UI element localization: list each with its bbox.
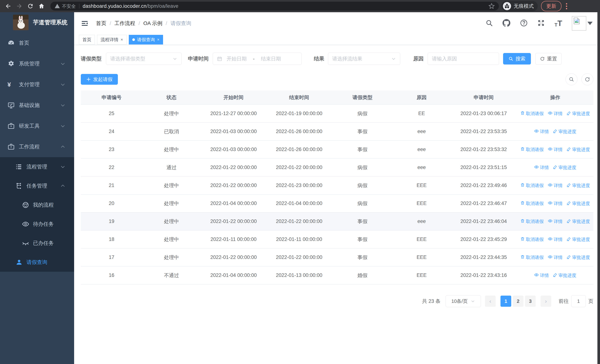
search-button[interactable]: 搜索 bbox=[503, 53, 531, 65]
sidebar-item-已办任务[interactable]: 已办任务 bbox=[0, 233, 74, 253]
cancel-action-link[interactable]: 取消请假 bbox=[520, 236, 544, 243]
sidebar-collapse-button[interactable] bbox=[81, 19, 89, 27]
filter-type-select[interactable]: 请选择请假类型 bbox=[106, 53, 182, 65]
cell-开始时间: 2021-12-27 00:00:00 bbox=[201, 104, 266, 122]
help-button[interactable] bbox=[520, 19, 528, 28]
progress-action-link[interactable]: 审批进度 bbox=[567, 201, 590, 206]
detail-action-link[interactable]: 详情 bbox=[548, 201, 562, 206]
create-leave-button[interactable]: 发起请假 bbox=[81, 74, 118, 85]
github-link[interactable] bbox=[503, 19, 510, 28]
font-size-button[interactable]: TT bbox=[554, 19, 562, 27]
toolbar-refresh-button[interactable] bbox=[581, 73, 593, 85]
detail-action-link[interactable]: 详情 bbox=[534, 129, 549, 135]
browser-forward-button[interactable] bbox=[15, 2, 23, 10]
cell-结束时间: 2022-01-22 00:00:00 bbox=[266, 212, 332, 230]
detail-action-link[interactable]: 详情 bbox=[548, 254, 562, 260]
detail-action-link[interactable]: 详情 bbox=[548, 183, 562, 188]
cell-原因: eee bbox=[393, 122, 450, 140]
table-row: 16不通过2022-01-04 00:00:002022-01-13 00:00… bbox=[81, 266, 593, 284]
page-button-3[interactable]: 3 bbox=[525, 296, 536, 307]
logo-row[interactable]: 芋道管理系统 bbox=[0, 12, 74, 33]
side-menu: 首页 系统管理 ¥ 支付管理 基础设施 研发工具 工 bbox=[0, 33, 74, 272]
progress-action-link[interactable]: 审批进度 bbox=[553, 129, 576, 135]
cancel-action-link[interactable]: 取消请假 bbox=[520, 147, 544, 152]
sidebar-item-任务管理[interactable]: 任务管理 bbox=[0, 176, 74, 195]
table-row: 19处理中2022-01-22 00:00:002022-01-22 00:00… bbox=[81, 212, 593, 230]
filter-reason-input[interactable]: 请输入原因 bbox=[428, 53, 499, 65]
progress-action-link[interactable]: 审批进度 bbox=[567, 236, 590, 243]
browser-update-button[interactable]: 更新 bbox=[541, 1, 562, 11]
eye-icon bbox=[22, 220, 30, 228]
column-header-请假类型: 请假类型 bbox=[332, 90, 393, 104]
browser-reload-button[interactable] bbox=[26, 2, 35, 10]
edit-icon bbox=[553, 129, 557, 134]
goto-page-input[interactable] bbox=[571, 295, 586, 307]
sidebar-item-流程管理[interactable]: 流程管理 bbox=[0, 157, 74, 176]
detail-action-link[interactable]: 详情 bbox=[548, 147, 562, 152]
incognito-label: 无痕模式 bbox=[514, 3, 534, 9]
address-bar[interactable]: 不安全 dashboard.yudao.iocoder.cn/bpm/oa/le… bbox=[50, 2, 499, 10]
detail-action-link[interactable]: 详情 bbox=[534, 165, 549, 170]
cancel-action-link[interactable]: 取消请假 bbox=[520, 218, 544, 224]
detail-action-link[interactable]: 详情 bbox=[548, 111, 562, 117]
next-page-button[interactable]: › bbox=[541, 296, 551, 307]
cancel-action-link[interactable]: 取消请假 bbox=[520, 183, 544, 188]
cell-开始时间: 2022-01-22 00:00:00 bbox=[201, 159, 266, 177]
page-size-select[interactable]: 10条/页 bbox=[446, 295, 481, 307]
face-icon bbox=[22, 201, 30, 209]
view-icon bbox=[548, 218, 553, 224]
browser-menu-button[interactable] bbox=[564, 2, 569, 10]
site-security[interactable]: 不安全 bbox=[55, 3, 76, 9]
fullscreen-button[interactable] bbox=[537, 19, 545, 28]
browser-home-button[interactable] bbox=[38, 2, 46, 10]
header-search-button[interactable] bbox=[486, 19, 493, 28]
sidebar-item-系统管理[interactable]: 系统管理 bbox=[0, 53, 74, 74]
close-icon[interactable]: × bbox=[121, 37, 123, 42]
cancel-action-link[interactable]: 取消请假 bbox=[520, 111, 544, 117]
sidebar-item-基础设施[interactable]: 基础设施 bbox=[0, 95, 74, 116]
detail-action-link[interactable]: 详情 bbox=[548, 218, 562, 224]
cell-开始时间: 2022-01-11 00:00:00 bbox=[201, 230, 266, 248]
sidebar-item-请假查询[interactable]: 请假查询 bbox=[0, 253, 74, 272]
progress-action-link[interactable]: 审批进度 bbox=[567, 218, 590, 224]
filter-result-select[interactable]: 请选择流结果 bbox=[328, 53, 400, 65]
tab-流程详情[interactable]: 流程详情 × bbox=[97, 35, 127, 45]
column-header-操作: 操作 bbox=[517, 90, 593, 104]
prev-page-button[interactable]: ‹ bbox=[485, 296, 496, 307]
cell-结束时间: 2022-01-26 00:00:00 bbox=[266, 122, 332, 140]
filter-date-range[interactable]: 开始日期 - 结束日期 bbox=[213, 53, 302, 65]
breadcrumb-item-OA 示例[interactable]: OA 示例 bbox=[143, 20, 162, 27]
cell-状态: 不通过 bbox=[142, 266, 201, 284]
user-avatar[interactable] bbox=[572, 16, 593, 31]
tab-首页[interactable]: 首页 bbox=[79, 35, 95, 45]
progress-action-link[interactable]: 审批进度 bbox=[567, 254, 590, 260]
breadcrumb-item-工作流程[interactable]: 工作流程 bbox=[114, 20, 135, 27]
detail-action-link[interactable]: 详情 bbox=[534, 272, 549, 278]
sidebar-item-支付管理[interactable]: ¥ 支付管理 bbox=[0, 74, 74, 95]
detail-action-link[interactable]: 详情 bbox=[548, 236, 562, 243]
cancel-action-link[interactable]: 取消请假 bbox=[520, 201, 544, 206]
progress-action-link[interactable]: 审批进度 bbox=[553, 272, 576, 278]
progress-action-link[interactable]: 审批进度 bbox=[567, 147, 590, 152]
sidebar-item-我的流程[interactable]: 我的流程 bbox=[0, 195, 74, 215]
sidebar-item-首页[interactable]: 首页 bbox=[0, 33, 74, 53]
toolbar-search-toggle-button[interactable] bbox=[565, 73, 577, 85]
edit-icon bbox=[567, 255, 571, 260]
cancel-action-link[interactable]: 取消请假 bbox=[520, 254, 544, 260]
trash-icon bbox=[520, 219, 525, 224]
close-icon[interactable]: × bbox=[157, 37, 159, 42]
breadcrumb-item-首页[interactable]: 首页 bbox=[96, 20, 106, 27]
progress-action-link[interactable]: 审批进度 bbox=[567, 111, 590, 117]
browser-back-button[interactable] bbox=[4, 2, 12, 10]
browser-scrollbar[interactable] bbox=[597, 12, 600, 364]
sidebar-item-待办任务[interactable]: 待办任务 bbox=[0, 215, 74, 233]
progress-action-link[interactable]: 审批进度 bbox=[553, 165, 576, 170]
tab-请假查询[interactable]: 请假查询 × bbox=[129, 35, 163, 45]
page-button-2[interactable]: 2 bbox=[513, 296, 524, 307]
progress-action-link[interactable]: 审批进度 bbox=[567, 183, 590, 188]
sidebar-item-工作流程[interactable]: 工作流程 bbox=[0, 136, 74, 157]
bookmark-star-button[interactable] bbox=[488, 3, 495, 9]
sidebar-item-研发工具[interactable]: 研发工具 bbox=[0, 116, 74, 136]
reset-button[interactable]: 重置 bbox=[535, 53, 562, 65]
page-button-1[interactable]: 1 bbox=[500, 296, 511, 307]
